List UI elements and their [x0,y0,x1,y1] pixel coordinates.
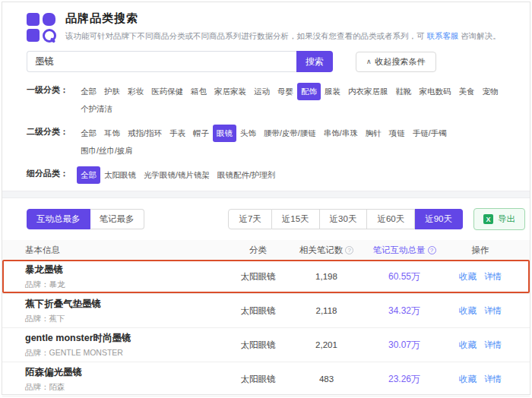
detail-link[interactable]: 详情 [484,305,502,317]
favorite-link[interactable]: 收藏 [459,374,477,385]
logo-square [27,29,40,42]
filter-item[interactable]: 太阳眼镜 [100,166,140,184]
sort-toggle-group: 互动总最多笔记最多 [27,209,144,229]
col-header-notes-label: 相关笔记数 [299,245,344,254]
col-header-basic-info: 基本信息 [25,245,226,256]
row-engagement: 23.26万 [363,373,446,386]
favorite-link[interactable]: 收藏 [459,305,477,317]
collapse-label: 收起搜索条件 [375,56,426,68]
time-tab[interactable]: 近60天 [367,209,415,229]
filter-item[interactable]: 项链 [385,125,409,142]
filter-item[interactable]: 内衣家居服 [344,83,392,100]
excel-icon: X [483,214,493,224]
collapse-search-button[interactable]: ∧ 收起搜索条件 [356,52,436,72]
row-notes-count: 1,198 [290,272,363,281]
filter-item[interactable]: 腰带/皮带/腰链 [260,125,320,142]
time-tab[interactable]: 近7天 [228,209,271,229]
filter-item[interactable]: 头饰 [236,125,260,142]
row-engagement: 34.32万 [363,305,446,317]
filter-item[interactable]: 彩妆 [124,83,147,100]
filter-item[interactable]: 围巾/丝巾/披肩 [77,142,137,160]
row-actions: 收藏详情 [446,271,515,283]
row-notes-count: 2,201 [290,340,363,349]
page-title: 品牌品类搜索 [65,11,501,26]
filter-item[interactable]: 全部 [77,166,100,184]
row-engagement: 30.07万 [363,339,446,352]
filter-item[interactable]: 家居家装 [211,83,250,100]
filter-item[interactable]: 鞋靴 [392,83,416,100]
filter-item[interactable]: 耳饰 [100,125,124,142]
favorite-link[interactable]: 收藏 [459,340,477,351]
filter-row: 二级分类：全部耳饰戒指/指环手表帽子眼镜头饰腰带/皮带/腰链串饰/串珠胸针项链手… [27,125,507,160]
favorite-link[interactable]: 收藏 [459,271,477,283]
help-icon[interactable]: ? [345,246,353,254]
filter-item[interactable]: 手表 [166,125,189,142]
row-basic-info: 蕉下折叠气垫墨镜品牌：蕉下 [25,298,226,324]
col-header-category: 分类 [226,245,290,256]
filter-section: 一级分类：全部护肤彩妆医药保健箱包家居家装运动母婴配饰服装内衣家居服鞋靴家电数码… [27,83,507,184]
table-row: 蕉下折叠气垫墨镜品牌：蕉下太阳眼镜2,11834.32万收藏详情 [2,294,530,328]
filter-item[interactable]: 眼镜配件/护理剂 [214,166,279,184]
filter-item[interactable]: 串饰/串珠 [320,125,362,142]
product-brand: 品牌：暴龙 [25,280,226,290]
filter-item[interactable]: 箱包 [187,83,211,100]
export-button[interactable]: X 导出 [473,208,525,230]
row-actions: 收藏详情 [446,305,515,317]
filter-item[interactable]: 光学眼镜/镜片镜架 [140,166,214,184]
header-text: 品牌品类搜索 该功能可针对品牌下不同商品分类或不同商品系列进行数据分析，如果没有… [65,11,501,42]
detail-link[interactable]: 详情 [484,374,502,385]
row-category: 太阳眼镜 [226,340,290,351]
filter-item[interactable]: 家电数码 [416,83,455,100]
filter-item[interactable]: 眼镜 [213,125,236,142]
filter-item[interactable]: 胸针 [362,125,385,142]
detail-link[interactable]: 详情 [484,340,502,351]
product-name: 陌森偏光墨镜 [25,366,226,379]
time-tab[interactable]: 近15天 [272,209,320,229]
filter-label: 二级分类： [27,125,77,139]
filter-item[interactable]: 服装 [321,83,344,100]
time-tab[interactable]: 近30天 [320,209,368,229]
filter-item[interactable]: 配饰 [297,83,321,100]
sort-tab[interactable]: 互动总最多 [27,209,90,229]
filter-item[interactable]: 帽子 [189,125,213,142]
table-row: 陌森偏光墨镜品牌：陌森太阳眼镜48323.26万收藏详情 [2,362,530,396]
export-label: 导出 [498,213,515,225]
filter-item[interactable]: 医药保健 [147,83,187,100]
product-brand: 品牌：陌森 [25,382,226,393]
filter-item[interactable]: 美食 [455,83,479,100]
results-table: 基本信息 分类 相关笔记数? 笔记互动总量? 操作 暴龙墨镜品牌：暴龙太阳眼镜1… [2,240,530,398]
search-panel: 品牌品类搜索 该功能可针对品牌下不同商品分类或不同商品系列进行数据分析，如果没有… [2,2,530,184]
time-tab[interactable]: 近90天 [415,209,463,229]
table-header-row: 基本信息 分类 相关笔记数? 笔记互动总量? 操作 [2,240,530,260]
row-basic-info: 暴龙墨镜品牌：暴龙 [25,264,226,290]
row-category: 太阳眼镜 [226,374,290,385]
col-header-engagement[interactable]: 笔记互动总量? [363,245,446,256]
filter-item[interactable]: 宠物 [479,83,502,100]
filter-item[interactable]: 全部 [77,83,100,100]
table-row: gentle monster时尚墨镜品牌：GENTLE MONSTER太阳眼镜2… [2,328,530,362]
search-group: 搜索 [27,51,333,72]
filter-item[interactable]: 母婴 [274,83,297,100]
product-brand: 品牌：蕉下 [25,314,226,324]
sort-tab[interactable]: 笔记最多 [90,209,144,229]
product-name: 暴龙墨镜 [25,264,226,276]
time-range-tabs: 近7天近15天近30天近60天近90天 [228,209,463,229]
search-button[interactable]: 搜索 [296,51,333,72]
filter-item[interactable]: 戒指/指环 [124,125,166,142]
filter-item[interactable]: 运动 [250,83,274,100]
filter-item[interactable]: 全部 [77,125,100,142]
results-controls: 互动总最多笔记最多 近7天近15天近30天近60天近90天 X 导出 [2,198,530,230]
col-header-actions: 操作 [446,245,515,256]
filter-item[interactable]: 个护清洁 [77,100,116,118]
filter-item[interactable]: 手链/手镯 [409,125,451,142]
product-name: 蕉下折叠气垫墨镜 [25,298,226,311]
detail-link[interactable]: 详情 [484,271,502,283]
main-card: 品牌品类搜索 该功能可针对品牌下不同商品分类或不同商品系列进行数据分析，如果没有… [2,2,530,395]
help-icon[interactable]: ? [428,246,436,254]
page-header: 品牌品类搜索 该功能可针对品牌下不同商品分类或不同商品系列进行数据分析，如果没有… [27,11,507,42]
contact-support-link[interactable]: 联系客服 [426,31,458,40]
row-category: 太阳眼镜 [226,305,290,317]
search-input[interactable] [27,51,296,72]
logo-square [43,13,55,26]
filter-item[interactable]: 护肤 [100,83,124,100]
